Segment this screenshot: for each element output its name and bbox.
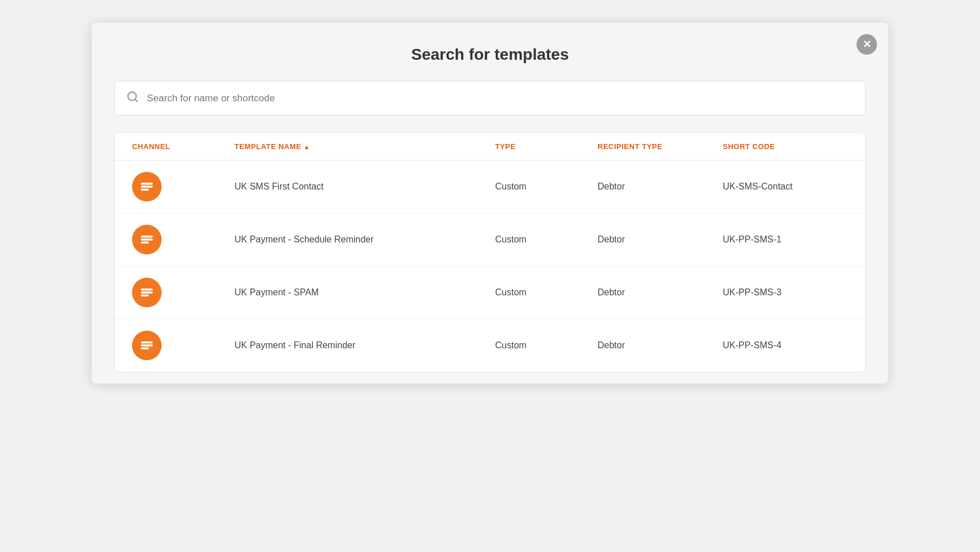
svg-line-1	[135, 99, 137, 101]
header-recipient-type: RECIPIENT TYPE	[598, 142, 723, 151]
svg-rect-13	[141, 348, 149, 350]
channel-cell	[132, 278, 234, 307]
svg-rect-8	[141, 289, 153, 291]
channel-icon	[132, 225, 162, 254]
channel-cell	[132, 172, 234, 201]
table-row[interactable]: UK Payment - Schedule Reminder Custom De…	[115, 213, 865, 266]
header-short-code: SHORT CODE	[723, 142, 848, 151]
short-code-cell: UK-PP-SMS-1	[723, 234, 848, 245]
channel-icon	[132, 172, 162, 201]
template-name-cell: UK Payment - Schedule Reminder	[234, 234, 495, 245]
recipient-type-cell: Debtor	[598, 234, 723, 245]
svg-rect-7	[141, 242, 149, 244]
short-code-cell: UK-PP-SMS-3	[723, 287, 848, 298]
table-row[interactable]: UK Payment - Final Reminder Custom Debto…	[115, 319, 865, 372]
close-icon: ✕	[863, 38, 871, 51]
table-header: CHANNEL TEMPLATE NAME ▲ TYPE RECIPIENT T…	[115, 133, 865, 160]
search-icon	[126, 90, 139, 106]
svg-rect-5	[141, 236, 153, 238]
channel-cell	[132, 331, 234, 360]
svg-rect-9	[141, 291, 153, 294]
search-templates-modal: ✕ Search for templates CHANNEL TEMPLATE …	[92, 23, 888, 384]
type-cell: Custom	[495, 340, 598, 351]
type-cell: Custom	[495, 182, 598, 192]
svg-rect-10	[141, 295, 149, 297]
table-row[interactable]: UK Payment - SPAM Custom Debtor UK-PP-SM…	[115, 266, 865, 319]
svg-rect-6	[141, 238, 153, 241]
header-channel: CHANNEL	[132, 142, 234, 151]
template-name-cell: UK SMS First Contact	[234, 182, 495, 192]
recipient-type-cell: Debtor	[598, 182, 723, 192]
modal-title: Search for templates	[114, 46, 866, 64]
svg-rect-12	[141, 344, 153, 347]
type-cell: Custom	[495, 287, 598, 298]
table-body: UK SMS First Contact Custom Debtor UK-SM…	[115, 160, 865, 372]
recipient-type-cell: Debtor	[598, 287, 723, 298]
template-name-cell: UK Payment - SPAM	[234, 287, 495, 298]
short-code-cell: UK-PP-SMS-4	[723, 340, 848, 351]
recipient-type-cell: Debtor	[598, 340, 723, 351]
results-table: CHANNEL TEMPLATE NAME ▲ TYPE RECIPIENT T…	[114, 133, 866, 372]
search-bar	[114, 81, 866, 116]
template-name-cell: UK Payment - Final Reminder	[234, 340, 495, 351]
header-template-name[interactable]: TEMPLATE NAME ▲	[234, 142, 495, 151]
header-type: TYPE	[495, 142, 598, 151]
search-input[interactable]	[147, 93, 854, 104]
channel-icon	[132, 278, 162, 307]
channel-cell	[132, 225, 234, 254]
svg-rect-2	[141, 183, 153, 185]
table-row[interactable]: UK SMS First Contact Custom Debtor UK-SM…	[115, 160, 865, 213]
type-cell: Custom	[495, 234, 598, 245]
close-button[interactable]: ✕	[857, 34, 877, 55]
sort-asc-icon: ▲	[303, 143, 310, 150]
svg-rect-11	[141, 341, 153, 344]
short-code-cell: UK-SMS-Contact	[723, 182, 848, 192]
svg-rect-3	[141, 186, 153, 188]
channel-icon	[132, 331, 162, 360]
svg-rect-4	[141, 189, 149, 191]
